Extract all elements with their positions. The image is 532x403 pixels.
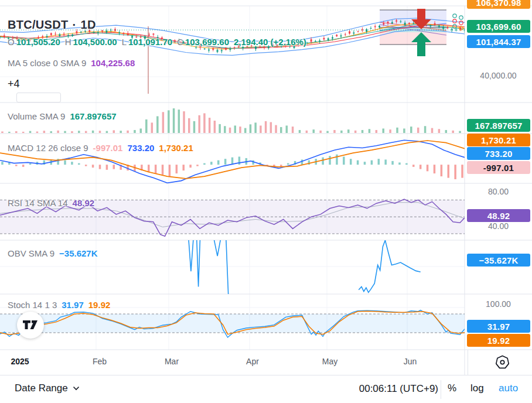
low-value: 101,091.70 [128,37,172,47]
separator-dot: · [73,18,77,32]
macd-indicator-row[interactable]: MACD 12 26 close 9 -997.01 733.20 1,730.… [8,143,193,153]
bottom-toolbar: Date Range 00:06:11 (UTC+9) % log auto [0,375,532,403]
ma-indicator-row[interactable]: MA 5 close 0 SMA 9 104,225.68 [8,58,135,68]
low-key: L [122,37,127,47]
axis-settings-icon[interactable] [495,354,510,370]
time-label-jun: Jun [404,357,417,366]
symbol-title[interactable]: BTC/USDT · 1D [8,18,96,32]
obv-indicator-row[interactable]: OBV SMA 9 −35.627K [8,248,98,258]
date-range-button[interactable]: Date Range [15,382,80,394]
session-clock[interactable]: 00:06:11 (UTC+9) [359,383,438,395]
volume-label: Volume SMA 9 [8,111,65,121]
macd-signal-value: 1,730.21 [159,143,193,153]
axis-label-low: 101,844.37 [467,35,530,48]
high-value: 104,500.00 [73,37,117,47]
rsi-value: 48.92 [73,198,95,208]
more-indicators-button[interactable]: +4 [8,78,20,90]
axis-tick-40000: 40,000.00 [465,71,532,80]
axis-tick-rsi-40: 40.00 [465,221,532,231]
auto-scale-button[interactable]: auto [499,382,518,394]
more-indicators-label: +4 [8,78,20,90]
open-value: 101,505.20 [16,37,60,47]
log-scale-button[interactable]: log [470,382,484,394]
time-label-feb: Feb [93,357,107,366]
axis-label-obv: −35.627K [467,254,530,267]
axis-label-stoch-d: 19.92 [467,334,530,347]
axis-label-last-price: 103,699.60 [467,20,530,33]
tradingview-chart-widget: BTC/USDT · 1D O 101,505.20 H 104,500.00 … [0,0,532,403]
time-axis[interactable]: 2025 Feb Mar Apr May Jun [0,350,532,375]
axis-tick-stoch-100: 100.00 [465,299,532,309]
close-key: C [177,37,183,47]
axis-label-macd-signal: 1,730.21 [467,134,530,146]
volume-indicator-row[interactable]: Volume SMA 9 167.897657 [8,111,117,121]
time-label-2025: 2025 [11,357,29,366]
change-value: 2,194.40 (+2.16%) [234,37,306,47]
axis-label-high: 106,370.98 [467,0,530,9]
time-label-apr: Apr [246,357,259,366]
date-range-label: Date Range [15,382,68,394]
stoch-k-value: 31.97 [62,300,84,310]
axis-label-volume-sma: 167.897657 [467,119,530,132]
percent-scale-button[interactable]: % [448,382,456,394]
rsi-label: RSI 14 SMA 14 [8,198,68,208]
axis-label-macd-hist: -997.01 [467,161,530,174]
time-label-mar: Mar [165,357,179,366]
obv-label: OBV SMA 9 [8,248,54,258]
rsi-indicator-row[interactable]: RSI 14 SMA 14 48.92 [8,198,94,208]
volume-value: 167.897657 [70,111,116,121]
time-axis-separator [468,350,468,375]
ma-value: 104,225.68 [91,58,135,68]
macd-hist-value: -997.01 [93,143,123,153]
axis-label-rsi: 48.92 [467,209,530,222]
ohlc-row: O 101,505.20 H 104,500.00 L 101,091.70 C… [8,37,306,47]
high-key: H [65,37,71,47]
chevron-down-icon [73,386,80,391]
tradingview-logo[interactable] [17,312,44,339]
axis-tick-rsi-80: 80.00 [465,187,532,196]
collapsed-indicator-outline [16,93,61,103]
open-key: O [8,37,15,47]
axis-label-macd-line: 733.20 [467,147,530,160]
price-axis[interactable]: 106,370.98 103,699.60 101,844.37 40,000.… [465,0,532,375]
tradingview-logo-glyph [23,320,38,330]
obv-value: −35.627K [59,248,97,258]
axis-label-stoch-k: 31.97 [467,320,530,333]
ma-label: MA 5 close 0 SMA 9 [8,58,86,68]
stoch-d-value: 19.92 [88,300,111,310]
close-value: 103,699.60 [185,37,229,47]
macd-label: MACD 12 26 close 9 [8,143,88,153]
stoch-label: Stoch 14 1 3 [8,300,57,310]
symbol-name: BTC/USDT [8,18,69,32]
toolbar-separator [441,380,441,399]
macd-line-value: 733.20 [127,143,154,153]
interval-label: 1D [80,18,96,32]
time-label-may: May [322,357,337,366]
stoch-indicator-row[interactable]: Stoch 14 1 3 31.97 19.92 [8,300,110,310]
